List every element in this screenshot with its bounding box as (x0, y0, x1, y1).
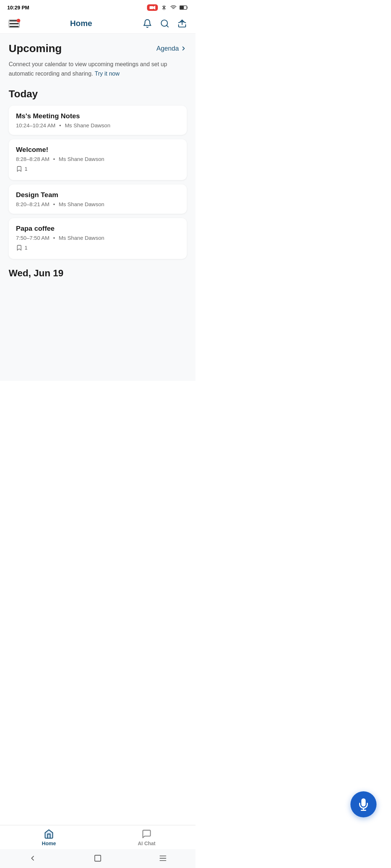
meeting-time-1: 10:24–10:24 AM (16, 122, 55, 128)
bluetooth-icon (161, 4, 167, 11)
upcoming-description-text: Connect your calendar to view upcoming m… (9, 61, 167, 77)
meeting-title-4: Papa coffee (16, 225, 180, 233)
meeting-card-4[interactable]: Papa coffee 7:50–7:50 AM • Ms Shane Daws… (9, 218, 187, 259)
menu-button[interactable] (9, 20, 20, 28)
meeting-time-4: 7:50–7:50 AM (16, 235, 50, 241)
record-svg (150, 5, 155, 10)
meeting-host-4: Ms Shane Dawson (59, 235, 104, 241)
upload-icon (177, 19, 187, 28)
meeting-card-3[interactable]: Design Team 8:20–8:21 AM • Ms Shane Daws… (9, 184, 187, 214)
meeting-meta-2: 8:28–8:28 AM • Ms Shane Dawson (16, 156, 180, 162)
meeting-card-2[interactable]: Welcome! 8:28–8:28 AM • Ms Shane Dawson … (9, 139, 187, 180)
agenda-label: Agenda (156, 45, 179, 52)
svg-rect-0 (150, 6, 153, 9)
bell-button[interactable] (143, 19, 152, 28)
meeting-time-3: 8:20–8:21 AM (16, 201, 50, 207)
badge-count-2: 1 (25, 166, 28, 172)
meeting-badge-4: 1 (16, 244, 28, 251)
today-section: Today Ms's Meeting Notes 10:24–10:24 AM … (9, 88, 187, 259)
upcoming-description: Connect your calendar to view upcoming m… (9, 60, 187, 78)
meeting-card-1[interactable]: Ms's Meeting Notes 10:24–10:24 AM • Ms S… (9, 106, 187, 135)
agenda-link[interactable]: Agenda (156, 45, 187, 52)
svg-line-5 (167, 25, 168, 27)
meeting-title-1: Ms's Meeting Notes (16, 112, 180, 120)
status-icons (147, 4, 188, 11)
meeting-host-1: Ms Shane Dawson (65, 122, 110, 128)
meeting-title-3: Design Team (16, 191, 180, 199)
chevron-right-icon (180, 45, 187, 52)
meeting-host-3: Ms Shane Dawson (59, 201, 104, 207)
bell-icon (143, 19, 152, 28)
try-it-now-link[interactable]: Try it now (94, 71, 119, 77)
upcoming-title: Upcoming (9, 42, 62, 55)
upcoming-section-header: Upcoming Agenda (9, 42, 187, 55)
meeting-title-2: Welcome! (16, 146, 180, 154)
meeting-host-2: Ms Shane Dawson (59, 156, 104, 162)
search-button[interactable] (160, 19, 169, 28)
svg-rect-3 (180, 6, 184, 9)
meeting-time-2: 8:28–8:28 AM (16, 156, 50, 162)
badge-count-4: 1 (25, 245, 28, 251)
status-bar: 10:29 PM (0, 0, 196, 14)
bookmark-icon-2 (16, 166, 22, 172)
svg-marker-1 (153, 5, 155, 9)
wed-title: Wed, Jun 19 (9, 268, 187, 279)
header-actions (143, 19, 187, 28)
search-icon (160, 19, 169, 28)
record-icon (147, 4, 158, 11)
bookmark-icon-4 (16, 244, 22, 251)
meeting-badge-2: 1 (16, 166, 28, 172)
status-time: 10:29 PM (7, 5, 29, 10)
wed-section: Wed, Jun 19 (9, 268, 187, 279)
menu-notification-dot (17, 19, 20, 22)
header-title: Home (70, 19, 92, 28)
meeting-meta-1: 10:24–10:24 AM • Ms Shane Dawson (16, 122, 180, 128)
header: Home (0, 14, 196, 34)
today-title: Today (9, 88, 187, 100)
meeting-meta-4: 7:50–7:50 AM • Ms Shane Dawson (16, 235, 180, 241)
main-content: Upcoming Agenda Connect your calendar to… (0, 34, 196, 381)
battery-icon (180, 5, 188, 10)
wifi-icon (170, 4, 177, 11)
meeting-meta-3: 8:20–8:21 AM • Ms Shane Dawson (16, 201, 180, 207)
upload-button[interactable] (177, 19, 187, 28)
